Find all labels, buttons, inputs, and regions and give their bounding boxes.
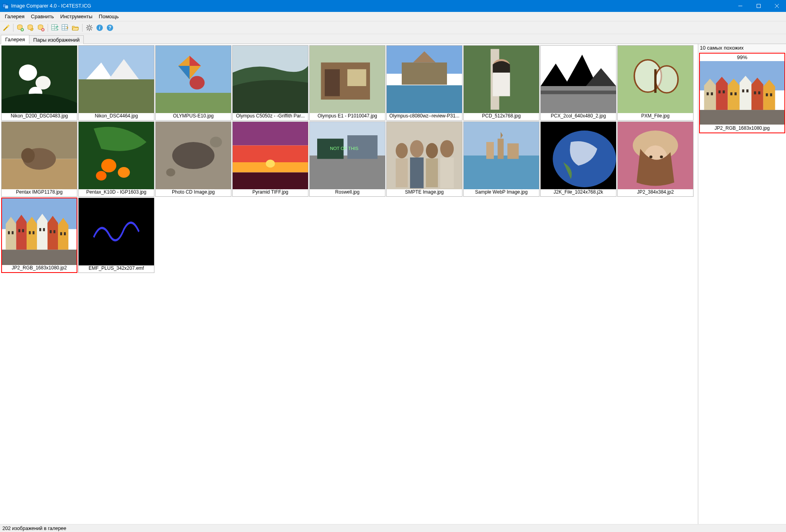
svg-point-76: [118, 167, 130, 178]
svg-point-80: [166, 168, 175, 176]
wizard-icon[interactable]: [2, 23, 11, 33]
window-title: Image Comparer 4.0 - IC4TEST.ICG: [11, 3, 731, 9]
maximize-button[interactable]: [749, 0, 768, 12]
thumbnail-label: JP2_RGB_1683x1080.jp2: [2, 265, 77, 272]
close-button[interactable]: [768, 0, 786, 12]
thumbnail-image: [464, 46, 539, 113]
match-percent: 99%: [700, 54, 784, 61]
thumbnail-label: Photo CD Image.jpg: [156, 189, 231, 196]
thumbnail-image: NOT OF THIS: [310, 122, 385, 189]
thumbnail-item[interactable]: Olympus-c8080wz--review-P31...: [386, 45, 462, 121]
svg-rect-106: [507, 143, 519, 159]
svg-rect-153: [766, 93, 768, 96]
gear-icon[interactable]: [85, 23, 94, 33]
thumbnail-image: [233, 122, 308, 189]
gallery-scroll[interactable]: Nikon_D200_DSC0483.jpgNikon_DSC4464.jpgO…: [0, 44, 698, 524]
menu-item-помощь[interactable]: Помощь: [96, 13, 122, 20]
thumbnail-image: [233, 46, 308, 113]
info-icon[interactable]: i: [95, 23, 104, 33]
tab-галерея[interactable]: Галерея: [1, 35, 29, 44]
thumbnail-item[interactable]: PCX_2col_640x480_2.jpg: [540, 45, 616, 121]
title-bar: Image Comparer 4.0 - IC4TEST.ICG: [0, 0, 786, 12]
thumbnail-image: [387, 46, 462, 113]
svg-rect-97: [396, 158, 408, 187]
thumbnail-item[interactable]: J2K_File_1024x768.j2k: [540, 121, 616, 197]
thumbnail-label: Roswell.jpg: [310, 189, 385, 196]
svg-rect-143: [707, 92, 709, 95]
svg-marker-138: [716, 77, 728, 110]
menu-item-сравнить[interactable]: Сравнить: [28, 13, 57, 20]
thumbnail-label: Nikon_D200_DSC0483.jpg: [2, 113, 77, 120]
db-close-icon[interactable]: [36, 23, 46, 33]
thumbnail-item[interactable]: EMF_PLUS_342x207.emf: [78, 198, 154, 273]
thumbnail-item[interactable]: PCD_512x768.jpg: [463, 45, 539, 121]
svg-rect-103: [486, 142, 494, 159]
thumbnail-image: [156, 46, 231, 113]
minimize-button[interactable]: [731, 0, 749, 12]
thumbnail-item[interactable]: Nikon_D200_DSC0483.jpg: [1, 45, 77, 121]
thumbnail-item[interactable]: Pyramid TIFF.jpg: [232, 121, 308, 197]
svg-point-6: [8, 25, 9, 27]
thumbnail-item[interactable]: JP2_384x384.jp2: [617, 121, 694, 197]
svg-rect-127: [33, 231, 35, 234]
db-open-icon[interactable]: [26, 23, 35, 33]
thumbnail-item[interactable]: JP2_RGB_1683x1080.jp2: [1, 198, 77, 273]
svg-point-68: [655, 66, 678, 93]
svg-rect-99: [426, 158, 438, 187]
svg-rect-104: [498, 139, 504, 159]
svg-rect-115: [2, 250, 77, 265]
status-text: 202 изображений в галерее: [2, 526, 66, 531]
thumbnail-item[interactable]: SMPTE Image.jpg: [386, 121, 462, 197]
help-icon[interactable]: ?: [105, 23, 115, 33]
thumbnail-label: J2K_File_1024x768.j2k: [541, 189, 616, 196]
match-item[interactable]: 99% JP2_RGB_1683x1080.jpg: [699, 53, 785, 133]
svg-marker-140: [740, 76, 751, 110]
thumbnail-image: [618, 46, 693, 113]
tab-пары-изображений[interactable]: Пары изображений: [29, 35, 84, 44]
svg-rect-134: [79, 198, 154, 265]
thumbnail-item[interactable]: PXM_File.jpg: [617, 45, 694, 121]
thumbnail-item[interactable]: Pentax_K10D - IGP1603.jpg: [78, 121, 154, 197]
svg-point-81: [210, 136, 222, 147]
grid-refresh-icon[interactable]: [50, 23, 60, 33]
thumbnail-item[interactable]: NOT OF THISRoswell.jpg: [309, 121, 385, 197]
svg-rect-152: [758, 91, 760, 94]
thumbnail-item[interactable]: Photo CD Image.jpg: [155, 121, 231, 197]
thumbnail-label: Olympus E1 - P1010047.jpg: [310, 113, 385, 120]
svg-point-47: [190, 76, 205, 90]
thumbnail-item[interactable]: Olympus E1 - P1010047.jpg: [309, 45, 385, 121]
thumbnail-item[interactable]: Pentax IMGP1178.jpg: [1, 121, 77, 197]
folder-open-icon[interactable]: [71, 23, 80, 33]
thumbnail-label: Pentax IMGP1178.jpg: [2, 189, 77, 196]
svg-rect-125: [22, 229, 24, 232]
svg-point-93: [396, 143, 408, 158]
svg-point-35: [19, 65, 37, 81]
svg-rect-56: [387, 85, 462, 113]
svg-rect-41: [79, 79, 154, 113]
svg-rect-133: [64, 232, 66, 235]
svg-line-25: [87, 25, 88, 27]
menu-item-инструменты[interactable]: Инструменты: [57, 13, 96, 20]
thumbnail-image: [541, 122, 616, 189]
svg-rect-85: [233, 173, 308, 190]
thumbnail-label: PCX_2col_640x480_2.jpg: [541, 113, 616, 120]
svg-point-29: [89, 27, 90, 28]
svg-rect-129: [43, 228, 45, 231]
thumbnail-item[interactable]: Nikon_DSC4464.jpg: [78, 45, 154, 121]
match-label: JP2_RGB_1683x1080.jpg: [700, 125, 784, 133]
svg-rect-102: [464, 156, 539, 189]
svg-rect-131: [54, 230, 56, 233]
thumbnail-item[interactable]: OLYMPUS-E10.jpg: [155, 45, 231, 121]
thumbnail-item[interactable]: Olympus C5050z - -Griffith Par...: [232, 45, 308, 121]
tab-strip: ГалереяПары изображений: [0, 34, 786, 44]
svg-rect-148: [734, 92, 736, 95]
thumbnail-label: Olympus C5050z - -Griffith Par...: [233, 113, 308, 120]
db-add-icon[interactable]: [15, 23, 25, 33]
thumbnail-image: [79, 198, 154, 265]
grid-sort-icon[interactable]: [60, 23, 70, 33]
thumbnail-item[interactable]: Sample WebP Image.jpg: [463, 121, 539, 197]
menu-item-галерея[interactable]: Галерея: [2, 13, 28, 20]
match-thumbnail: [700, 61, 784, 125]
svg-rect-60: [493, 73, 510, 96]
svg-text:NOT OF THIS: NOT OF THIS: [330, 146, 358, 151]
